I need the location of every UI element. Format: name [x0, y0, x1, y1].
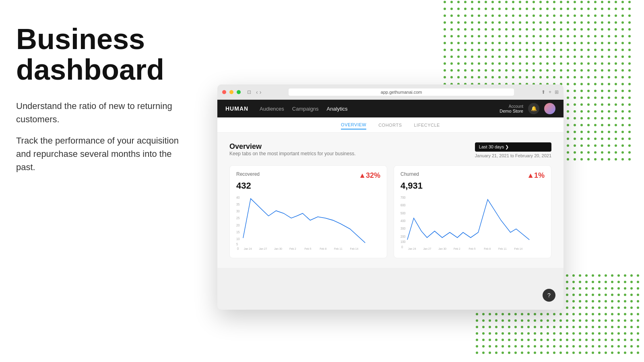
svg-point-998 [566, 352, 568, 354]
svg-point-473 [615, 110, 617, 113]
svg-point-306 [621, 69, 624, 72]
svg-point-468 [580, 110, 583, 113]
svg-point-443 [601, 103, 603, 106]
nav-link-campaigns[interactable]: Campaigns [292, 106, 319, 112]
forward-arrow-icon[interactable]: › [260, 89, 262, 95]
svg-point-298 [567, 69, 569, 72]
svg-point-997 [559, 352, 562, 354]
browser-dot-green[interactable] [237, 90, 241, 94]
svg-point-639 [601, 151, 603, 154]
back-arrow-icon[interactable]: ‹ [256, 89, 258, 95]
svg-point-948 [579, 339, 581, 341]
svg-point-498 [594, 117, 597, 119]
svg-point-10 [512, 1, 514, 3]
svg-point-22 [594, 1, 597, 3]
svg-point-1 [450, 1, 453, 3]
svg-point-316 [498, 76, 501, 78]
svg-point-942 [540, 339, 543, 341]
svg-point-1006 [617, 352, 620, 354]
date-range-label: January 21, 2021 to February 20, 2021 [475, 153, 551, 158]
svg-point-851 [624, 313, 626, 315]
svg-point-913 [521, 332, 523, 335]
date-range-button[interactable]: Last 30 days ❯ [475, 142, 551, 152]
svg-point-739 [572, 287, 575, 290]
svg-point-89 [478, 21, 480, 24]
svg-point-186 [567, 42, 569, 44]
overview-header: Overview Keep tabs on the most important… [229, 142, 551, 163]
svg-point-986 [489, 352, 491, 354]
share-icon[interactable]: ⬆ [541, 89, 545, 95]
svg-text:0: 0 [401, 245, 403, 249]
svg-point-910 [502, 332, 504, 335]
svg-point-208 [526, 49, 528, 51]
svg-point-939 [521, 339, 523, 341]
svg-point-501 [615, 117, 617, 119]
svg-point-905 [637, 326, 639, 328]
svg-point-322 [539, 76, 542, 78]
svg-point-746 [617, 287, 620, 290]
svg-point-949 [585, 339, 588, 341]
svg-point-383 [574, 90, 576, 92]
tab-overview[interactable]: OVERVIEW [341, 121, 366, 130]
svg-point-44 [553, 8, 555, 10]
svg-text:100: 100 [400, 240, 406, 244]
svg-point-918 [553, 332, 555, 335]
svg-point-467 [574, 110, 576, 113]
notification-icon[interactable]: 🔔 [528, 103, 539, 114]
svg-point-165 [615, 35, 617, 37]
svg-point-689 [585, 274, 588, 277]
svg-point-16 [553, 1, 555, 3]
tab-lifecycle[interactable]: LIFECYCLE [414, 121, 440, 129]
svg-text:Feb 2: Feb 2 [289, 247, 296, 251]
svg-point-100 [553, 21, 555, 24]
help-button[interactable]: ? [543, 289, 555, 302]
svg-point-14 [539, 1, 542, 3]
svg-point-198 [457, 49, 460, 51]
svg-point-294 [539, 69, 542, 72]
svg-point-4 [471, 1, 473, 3]
svg-point-283 [464, 69, 466, 72]
svg-point-293 [533, 69, 535, 72]
svg-point-360 [608, 83, 610, 85]
nav-link-audiences[interactable]: Audiences [260, 106, 284, 112]
svg-point-825 [624, 306, 626, 309]
svg-point-135 [601, 28, 603, 31]
svg-point-414 [594, 97, 597, 99]
svg-point-330 [594, 76, 597, 78]
svg-point-799 [624, 300, 626, 302]
svg-point-748 [630, 287, 633, 290]
svg-point-881 [482, 326, 485, 328]
svg-point-273 [587, 62, 590, 65]
svg-point-800 [630, 300, 633, 302]
svg-point-796 [605, 300, 607, 302]
svg-point-304 [608, 69, 610, 72]
svg-point-253 [450, 62, 453, 65]
add-tab-icon[interactable]: + [549, 89, 551, 95]
svg-text:Jan 30: Jan 30 [274, 247, 282, 251]
svg-point-300 [580, 69, 583, 72]
browser-dot-red[interactable] [222, 90, 226, 94]
browser-addressbar[interactable]: app.gethumanai.com [289, 88, 514, 96]
nav-link-analytics[interactable]: Analytics [327, 106, 348, 112]
svg-point-931 [637, 332, 639, 335]
svg-point-993 [534, 352, 536, 354]
tab-cohorts[interactable]: COHORTS [378, 121, 402, 129]
svg-point-952 [605, 339, 607, 341]
svg-point-118 [485, 28, 487, 31]
svg-point-503 [628, 117, 631, 119]
svg-point-1009 [637, 352, 639, 354]
svg-point-742 [592, 287, 594, 290]
sidebar-icon[interactable]: ⊞ [555, 89, 559, 95]
browser-window-icon[interactable]: ⊡ [247, 89, 251, 95]
svg-point-258 [485, 62, 487, 65]
svg-point-318 [512, 76, 514, 78]
svg-point-773 [624, 294, 626, 296]
svg-point-862 [527, 319, 530, 322]
browser-dot-yellow[interactable] [229, 90, 233, 94]
svg-point-172 [471, 42, 473, 44]
svg-point-580 [580, 138, 583, 140]
avatar[interactable] [544, 103, 555, 114]
svg-point-221 [615, 49, 617, 51]
svg-point-856 [489, 319, 491, 322]
svg-point-0 [444, 1, 446, 3]
